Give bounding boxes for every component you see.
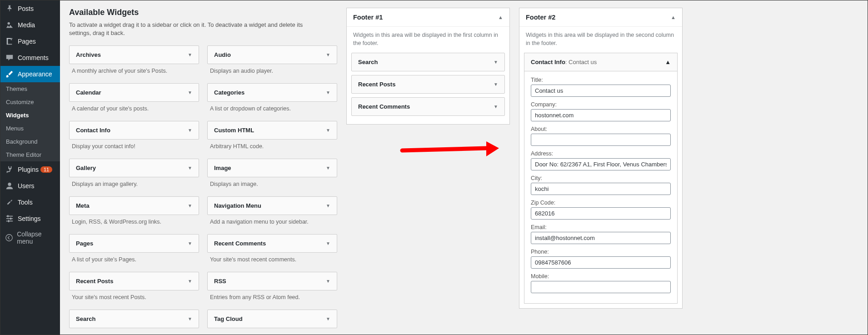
svg-rect-5 bbox=[6, 221, 13, 222]
widget-recent-posts[interactable]: Recent Posts▼ bbox=[69, 272, 199, 290]
widget-name: Search bbox=[358, 59, 378, 65]
footer2-title: Footer #2 bbox=[526, 14, 555, 21]
caret-down-icon: ▼ bbox=[494, 104, 498, 109]
widget-gallery[interactable]: Gallery▼ bbox=[69, 159, 199, 177]
title-input[interactable] bbox=[531, 85, 671, 97]
form-row: Mobile: bbox=[531, 273, 671, 293]
sidebar-item-media[interactable]: Media bbox=[0, 17, 60, 33]
widget-name: Archives bbox=[76, 51, 101, 58]
submenu-item-widgets[interactable]: Widgets bbox=[0, 109, 60, 122]
sidebar-item-posts[interactable]: Posts bbox=[0, 0, 60, 17]
widget-tag-cloud[interactable]: Tag Cloud▼ bbox=[207, 310, 337, 328]
pin-icon bbox=[5, 4, 14, 13]
svg-rect-4 bbox=[6, 218, 13, 219]
sidebar-item-appearance[interactable]: Appearance bbox=[0, 66, 60, 82]
widget-pages[interactable]: Pages▼ bbox=[69, 234, 199, 253]
available-widget: Navigation Menu▼Add a navigation menu to… bbox=[207, 196, 337, 230]
available-widget: RSS▼Entries from any RSS or Atom feed. bbox=[207, 272, 337, 305]
placed-widget-search[interactable]: Search▼ bbox=[351, 53, 505, 71]
sidebar-item-settings[interactable]: Settings bbox=[0, 210, 60, 227]
widget-audio[interactable]: Audio▼ bbox=[207, 45, 337, 64]
widget-name: Tag Cloud bbox=[214, 315, 243, 322]
widget-archives[interactable]: Archives▼ bbox=[69, 45, 199, 64]
submenu-item-customize[interactable]: Customize bbox=[0, 95, 60, 109]
widget-name: Search bbox=[76, 315, 95, 322]
available-widget: Custom HTML▼Arbitrary HTML code. bbox=[207, 121, 337, 154]
widget-description: Displays an audio player. bbox=[207, 64, 337, 79]
widget-description: A list or dropdown of categories. bbox=[207, 102, 337, 116]
available-widget: Tag Cloud▼ bbox=[207, 310, 337, 328]
submenu-item-themes[interactable]: Themes bbox=[0, 82, 60, 95]
sidebar-item-label: Appearance bbox=[18, 70, 52, 78]
svg-rect-6 bbox=[8, 215, 9, 217]
widget-name: Pages bbox=[76, 240, 93, 247]
available-widget: Image▼Displays an image. bbox=[207, 159, 337, 192]
footer2-header[interactable]: Footer #2 ▲ bbox=[519, 8, 682, 27]
widget-description: A list of your site's Pages. bbox=[69, 253, 199, 267]
form-row: Email: bbox=[531, 224, 671, 244]
contact-info-header[interactable]: Contact Info: Contact us ▲ bbox=[524, 53, 677, 71]
footer1-panel: Footer #1 ▲ Widgets in this area will be… bbox=[346, 8, 510, 125]
widget-name: Gallery bbox=[76, 165, 96, 171]
widget-rss[interactable]: RSS▼ bbox=[207, 272, 337, 290]
caret-down-icon: ▼ bbox=[188, 52, 192, 57]
city-input[interactable] bbox=[531, 183, 671, 195]
widget-categories[interactable]: Categories▼ bbox=[207, 83, 337, 102]
caret-down-icon: ▼ bbox=[494, 82, 498, 87]
zipcode-input[interactable] bbox=[531, 207, 671, 220]
form-row: Zip Code: bbox=[531, 200, 671, 220]
widget-image[interactable]: Image▼ bbox=[207, 159, 337, 177]
submenu-item-background[interactable]: Background bbox=[0, 135, 60, 148]
field-label: City: bbox=[531, 175, 671, 181]
widget-recent-comments[interactable]: Recent Comments▼ bbox=[207, 234, 337, 253]
widget-description: Arbitrary HTML code. bbox=[207, 140, 337, 154]
company-input[interactable] bbox=[531, 109, 671, 121]
caret-down-icon: ▼ bbox=[326, 203, 330, 208]
caret-down-icon: ▼ bbox=[326, 52, 330, 57]
about-input[interactable] bbox=[531, 134, 671, 146]
sidebar-item-pages[interactable]: Pages bbox=[0, 33, 60, 50]
widget-description: Display your contact info! bbox=[69, 140, 199, 154]
widget-custom-html[interactable]: Custom HTML▼ bbox=[207, 121, 337, 140]
sidebar-item-comments[interactable]: Comments bbox=[0, 50, 60, 66]
caret-down-icon: ▼ bbox=[494, 60, 498, 65]
widget-calendar[interactable]: Calendar▼ bbox=[69, 83, 199, 102]
available-widgets-description: To activate a widget drag it to a sideba… bbox=[69, 21, 310, 37]
footer1-header[interactable]: Footer #1 ▲ bbox=[347, 8, 509, 27]
widget-description: Displays an image. bbox=[207, 177, 337, 192]
collapse-icon bbox=[5, 233, 13, 242]
widget-navigation-menu[interactable]: Navigation Menu▼ bbox=[207, 196, 337, 215]
widget-meta[interactable]: Meta▼ bbox=[69, 196, 199, 215]
form-row: About: bbox=[531, 126, 671, 146]
caret-up-icon: ▲ bbox=[498, 15, 503, 20]
form-row: Address: bbox=[531, 150, 671, 170]
sidebar-item-tools[interactable]: Tools bbox=[0, 194, 60, 210]
sidebar-item-collapse-menu[interactable]: Collapse menu bbox=[0, 227, 60, 249]
mobile-input[interactable] bbox=[531, 281, 671, 293]
sidebar-item-plugins[interactable]: Plugins11 bbox=[0, 161, 60, 178]
placed-widget-recent-posts[interactable]: Recent Posts▼ bbox=[351, 75, 505, 94]
widget-contact-info[interactable]: Contact Info▼ bbox=[69, 121, 199, 140]
phone-input[interactable] bbox=[531, 256, 671, 269]
submenu-item-theme-editor[interactable]: Theme Editor bbox=[0, 148, 60, 161]
contact-info-form: Title:Company:About:Address:City:Zip Cod… bbox=[524, 71, 677, 303]
submenu-item-menus[interactable]: Menus bbox=[0, 122, 60, 135]
widget-name: Meta bbox=[76, 202, 90, 209]
widget-description: Add a navigation menu to your sidebar. bbox=[207, 215, 337, 230]
available-widget: Calendar▼A calendar of your site's posts… bbox=[69, 83, 199, 116]
sidebar-item-label: Posts bbox=[18, 5, 34, 12]
footer1-body: Search▼Recent Posts▼Recent Comments▼ bbox=[347, 53, 509, 124]
email-input[interactable] bbox=[531, 232, 671, 244]
sidebar-item-users[interactable]: Users bbox=[0, 178, 60, 194]
available-widget: Categories▼A list or dropdown of categor… bbox=[207, 83, 337, 116]
available-widget: Audio▼Displays an audio player. bbox=[207, 45, 337, 79]
footer2-description: Widgets in this area will be displayed i… bbox=[519, 27, 682, 53]
footer1-column: Footer #1 ▲ Widgets in this area will be… bbox=[346, 8, 510, 327]
widget-subtitle: Contact us bbox=[569, 59, 597, 65]
placed-widget-recent-comments[interactable]: Recent Comments▼ bbox=[351, 97, 505, 116]
form-row: Company: bbox=[531, 101, 671, 121]
address-input[interactable] bbox=[531, 158, 671, 170]
widget-name: Custom HTML bbox=[214, 127, 254, 134]
plug-icon bbox=[5, 165, 14, 174]
widget-search[interactable]: Search▼ bbox=[69, 310, 199, 328]
